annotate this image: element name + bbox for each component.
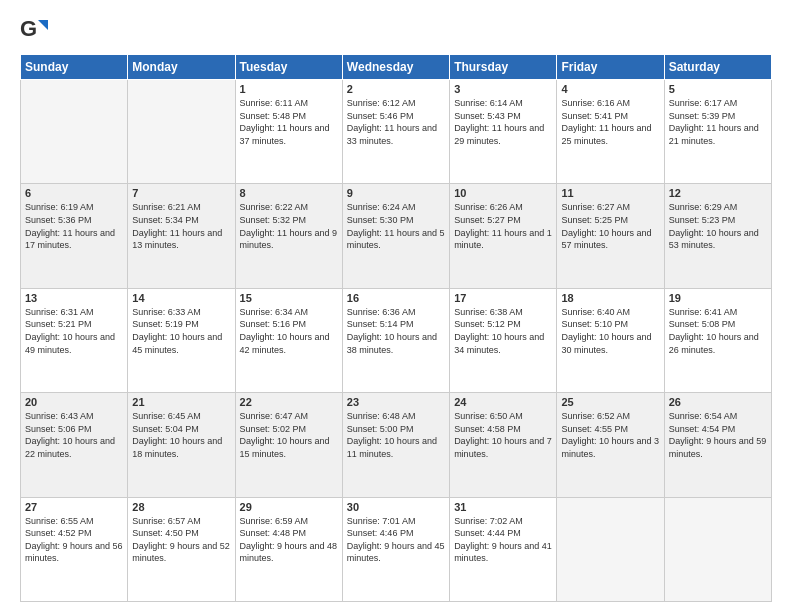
- table-row: 5Sunrise: 6:17 AM Sunset: 5:39 PM Daylig…: [664, 80, 771, 184]
- table-row: 7Sunrise: 6:21 AM Sunset: 5:34 PM Daylig…: [128, 184, 235, 288]
- calendar-week-row: 13Sunrise: 6:31 AM Sunset: 5:21 PM Dayli…: [21, 288, 772, 392]
- day-info: Sunrise: 6:22 AM Sunset: 5:32 PM Dayligh…: [240, 201, 338, 251]
- col-thursday: Thursday: [450, 55, 557, 80]
- calendar-week-row: 20Sunrise: 6:43 AM Sunset: 5:06 PM Dayli…: [21, 393, 772, 497]
- day-info: Sunrise: 6:50 AM Sunset: 4:58 PM Dayligh…: [454, 410, 552, 460]
- table-row: 26Sunrise: 6:54 AM Sunset: 4:54 PM Dayli…: [664, 393, 771, 497]
- table-row: 10Sunrise: 6:26 AM Sunset: 5:27 PM Dayli…: [450, 184, 557, 288]
- day-number: 16: [347, 292, 445, 304]
- table-row: 24Sunrise: 6:50 AM Sunset: 4:58 PM Dayli…: [450, 393, 557, 497]
- svg-text:G: G: [20, 16, 37, 41]
- calendar-header-row: Sunday Monday Tuesday Wednesday Thursday…: [21, 55, 772, 80]
- day-info: Sunrise: 7:02 AM Sunset: 4:44 PM Dayligh…: [454, 515, 552, 565]
- day-info: Sunrise: 6:34 AM Sunset: 5:16 PM Dayligh…: [240, 306, 338, 356]
- table-row: 25Sunrise: 6:52 AM Sunset: 4:55 PM Dayli…: [557, 393, 664, 497]
- table-row: 20Sunrise: 6:43 AM Sunset: 5:06 PM Dayli…: [21, 393, 128, 497]
- table-row: 18Sunrise: 6:40 AM Sunset: 5:10 PM Dayli…: [557, 288, 664, 392]
- table-row: 12Sunrise: 6:29 AM Sunset: 5:23 PM Dayli…: [664, 184, 771, 288]
- table-row: 17Sunrise: 6:38 AM Sunset: 5:12 PM Dayli…: [450, 288, 557, 392]
- col-tuesday: Tuesday: [235, 55, 342, 80]
- day-number: 6: [25, 187, 123, 199]
- table-row: 8Sunrise: 6:22 AM Sunset: 5:32 PM Daylig…: [235, 184, 342, 288]
- day-number: 20: [25, 396, 123, 408]
- day-info: Sunrise: 6:43 AM Sunset: 5:06 PM Dayligh…: [25, 410, 123, 460]
- table-row: 23Sunrise: 6:48 AM Sunset: 5:00 PM Dayli…: [342, 393, 449, 497]
- calendar-table: Sunday Monday Tuesday Wednesday Thursday…: [20, 54, 772, 602]
- table-row: [664, 497, 771, 601]
- day-info: Sunrise: 6:45 AM Sunset: 5:04 PM Dayligh…: [132, 410, 230, 460]
- day-info: Sunrise: 7:01 AM Sunset: 4:46 PM Dayligh…: [347, 515, 445, 565]
- day-number: 10: [454, 187, 552, 199]
- table-row: 27Sunrise: 6:55 AM Sunset: 4:52 PM Dayli…: [21, 497, 128, 601]
- table-row: 4Sunrise: 6:16 AM Sunset: 5:41 PM Daylig…: [557, 80, 664, 184]
- table-row: 29Sunrise: 6:59 AM Sunset: 4:48 PM Dayli…: [235, 497, 342, 601]
- table-row: 28Sunrise: 6:57 AM Sunset: 4:50 PM Dayli…: [128, 497, 235, 601]
- table-row: 15Sunrise: 6:34 AM Sunset: 5:16 PM Dayli…: [235, 288, 342, 392]
- table-row: 6Sunrise: 6:19 AM Sunset: 5:36 PM Daylig…: [21, 184, 128, 288]
- day-number: 27: [25, 501, 123, 513]
- table-row: 22Sunrise: 6:47 AM Sunset: 5:02 PM Dayli…: [235, 393, 342, 497]
- calendar-week-row: 6Sunrise: 6:19 AM Sunset: 5:36 PM Daylig…: [21, 184, 772, 288]
- day-info: Sunrise: 6:36 AM Sunset: 5:14 PM Dayligh…: [347, 306, 445, 356]
- day-info: Sunrise: 6:55 AM Sunset: 4:52 PM Dayligh…: [25, 515, 123, 565]
- col-sunday: Sunday: [21, 55, 128, 80]
- day-number: 8: [240, 187, 338, 199]
- day-info: Sunrise: 6:47 AM Sunset: 5:02 PM Dayligh…: [240, 410, 338, 460]
- day-number: 21: [132, 396, 230, 408]
- day-info: Sunrise: 6:19 AM Sunset: 5:36 PM Dayligh…: [25, 201, 123, 251]
- table-row: 1Sunrise: 6:11 AM Sunset: 5:48 PM Daylig…: [235, 80, 342, 184]
- col-monday: Monday: [128, 55, 235, 80]
- day-info: Sunrise: 6:27 AM Sunset: 5:25 PM Dayligh…: [561, 201, 659, 251]
- day-number: 5: [669, 83, 767, 95]
- table-row: 19Sunrise: 6:41 AM Sunset: 5:08 PM Dayli…: [664, 288, 771, 392]
- logo: G: [20, 16, 50, 44]
- day-number: 13: [25, 292, 123, 304]
- day-info: Sunrise: 6:52 AM Sunset: 4:55 PM Dayligh…: [561, 410, 659, 460]
- day-number: 22: [240, 396, 338, 408]
- day-info: Sunrise: 6:57 AM Sunset: 4:50 PM Dayligh…: [132, 515, 230, 565]
- table-row: 3Sunrise: 6:14 AM Sunset: 5:43 PM Daylig…: [450, 80, 557, 184]
- day-info: Sunrise: 6:21 AM Sunset: 5:34 PM Dayligh…: [132, 201, 230, 251]
- day-number: 29: [240, 501, 338, 513]
- col-saturday: Saturday: [664, 55, 771, 80]
- day-info: Sunrise: 6:12 AM Sunset: 5:46 PM Dayligh…: [347, 97, 445, 147]
- day-number: 4: [561, 83, 659, 95]
- day-info: Sunrise: 6:26 AM Sunset: 5:27 PM Dayligh…: [454, 201, 552, 251]
- day-number: 28: [132, 501, 230, 513]
- day-info: Sunrise: 6:17 AM Sunset: 5:39 PM Dayligh…: [669, 97, 767, 147]
- day-info: Sunrise: 6:16 AM Sunset: 5:41 PM Dayligh…: [561, 97, 659, 147]
- day-number: 7: [132, 187, 230, 199]
- table-row: 16Sunrise: 6:36 AM Sunset: 5:14 PM Dayli…: [342, 288, 449, 392]
- table-row: [128, 80, 235, 184]
- calendar-week-row: 27Sunrise: 6:55 AM Sunset: 4:52 PM Dayli…: [21, 497, 772, 601]
- day-number: 14: [132, 292, 230, 304]
- day-info: Sunrise: 6:38 AM Sunset: 5:12 PM Dayligh…: [454, 306, 552, 356]
- table-row: 9Sunrise: 6:24 AM Sunset: 5:30 PM Daylig…: [342, 184, 449, 288]
- day-number: 2: [347, 83, 445, 95]
- table-row: 13Sunrise: 6:31 AM Sunset: 5:21 PM Dayli…: [21, 288, 128, 392]
- day-info: Sunrise: 6:48 AM Sunset: 5:00 PM Dayligh…: [347, 410, 445, 460]
- day-info: Sunrise: 6:41 AM Sunset: 5:08 PM Dayligh…: [669, 306, 767, 356]
- calendar-week-row: 1Sunrise: 6:11 AM Sunset: 5:48 PM Daylig…: [21, 80, 772, 184]
- header: G: [20, 16, 772, 44]
- logo-icon: G: [20, 16, 48, 44]
- table-row: 21Sunrise: 6:45 AM Sunset: 5:04 PM Dayli…: [128, 393, 235, 497]
- day-number: 31: [454, 501, 552, 513]
- day-number: 23: [347, 396, 445, 408]
- table-row: 14Sunrise: 6:33 AM Sunset: 5:19 PM Dayli…: [128, 288, 235, 392]
- day-info: Sunrise: 6:11 AM Sunset: 5:48 PM Dayligh…: [240, 97, 338, 147]
- day-info: Sunrise: 6:54 AM Sunset: 4:54 PM Dayligh…: [669, 410, 767, 460]
- day-number: 15: [240, 292, 338, 304]
- day-number: 30: [347, 501, 445, 513]
- table-row: 11Sunrise: 6:27 AM Sunset: 5:25 PM Dayli…: [557, 184, 664, 288]
- day-info: Sunrise: 6:14 AM Sunset: 5:43 PM Dayligh…: [454, 97, 552, 147]
- table-row: 31Sunrise: 7:02 AM Sunset: 4:44 PM Dayli…: [450, 497, 557, 601]
- day-number: 11: [561, 187, 659, 199]
- table-row: 2Sunrise: 6:12 AM Sunset: 5:46 PM Daylig…: [342, 80, 449, 184]
- day-number: 9: [347, 187, 445, 199]
- svg-marker-1: [38, 20, 48, 30]
- table-row: [557, 497, 664, 601]
- day-number: 25: [561, 396, 659, 408]
- day-info: Sunrise: 6:59 AM Sunset: 4:48 PM Dayligh…: [240, 515, 338, 565]
- day-number: 1: [240, 83, 338, 95]
